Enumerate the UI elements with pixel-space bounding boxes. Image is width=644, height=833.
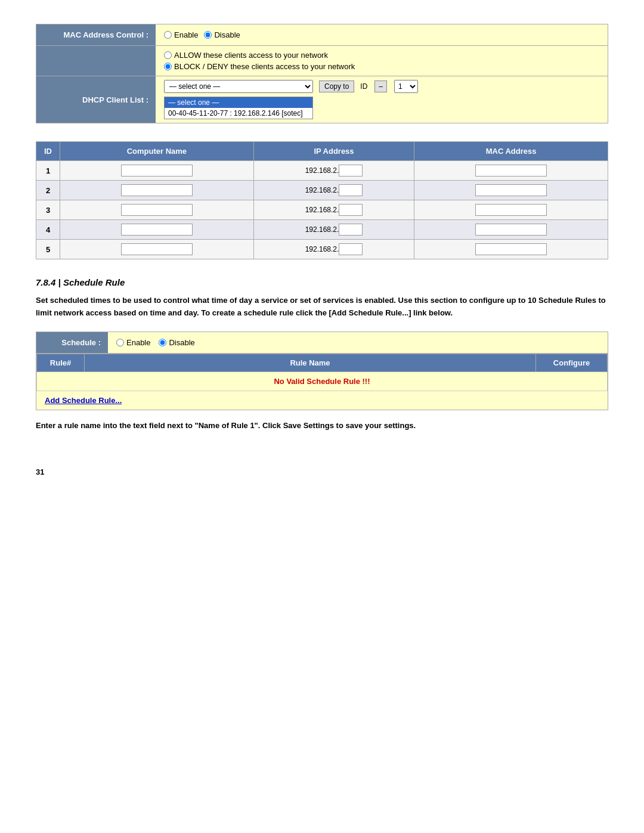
row-mac-address [414, 240, 608, 259]
computer-name-input[interactable] [121, 243, 193, 255]
schedule-header-row: Rule# Rule Name Configure [37, 354, 608, 371]
ip-last-octet-input[interactable] [339, 224, 363, 236]
computer-name-input[interactable] [121, 224, 193, 236]
no-rule-row: No Valid Schedule Rule !!! [37, 371, 608, 391]
table-row: 3192.168.2. [36, 200, 608, 220]
row-computer-name [60, 240, 254, 259]
schedule-disable-radio[interactable] [159, 339, 166, 346]
col-rule-hash: Rule# [37, 354, 85, 371]
disable-radio[interactable] [204, 31, 212, 39]
row-computer-name [60, 220, 254, 240]
ip-prefix: 192.168.2. [305, 206, 339, 214]
schedule-disable-label[interactable]: Disable [159, 338, 194, 347]
dhcp-select-dropdown[interactable]: — select one — 00-40-45-11-20-77 : 192.1… [164, 80, 313, 93]
schedule-enable-label[interactable]: Enable [116, 338, 150, 347]
table-row: 1192.168.2. [36, 161, 608, 181]
col-header-id: ID [36, 142, 60, 161]
ip-prefix: 192.168.2. [305, 166, 339, 175]
col-rule-name: Rule Name [85, 354, 536, 371]
id-label: ID [360, 82, 367, 91]
row-ip-address: 192.168.2. [253, 220, 414, 240]
computer-name-input[interactable] [121, 184, 193, 196]
row-ip-address: 192.168.2. [253, 161, 414, 181]
row-computer-name [60, 181, 254, 200]
mac-address-table: ID Computer Name IP Address MAC Address … [36, 141, 608, 259]
col-configure: Configure [536, 354, 608, 371]
allow-block-label-empty [36, 46, 156, 76]
computer-name-input[interactable] [121, 165, 193, 176]
copy-to-button[interactable]: Copy to [319, 80, 354, 92]
dhcp-dropdown-list: — select one — 00-40-45-11-20-77 : 192.1… [164, 97, 313, 119]
row-mac-address [414, 181, 608, 200]
mac-address-control-section: MAC Address Control : Enable Disable [36, 24, 608, 123]
allow-radio-label[interactable]: ALLOW these clients access to your netwo… [164, 51, 328, 60]
ip-prefix: 192.168.2. [305, 225, 339, 234]
add-schedule-link[interactable]: Add Schedule Rule... [36, 391, 608, 410]
ip-last-octet-input[interactable] [339, 204, 363, 216]
enable-radio-label[interactable]: Enable [164, 30, 198, 39]
no-rule-cell: No Valid Schedule Rule !!! [37, 371, 608, 391]
allow-radio[interactable] [164, 51, 172, 59]
mac-address-input[interactable] [475, 204, 547, 216]
mac-control-label: MAC Address Control : [36, 24, 156, 45]
row-id: 4 [36, 220, 60, 240]
schedule-enable-radio[interactable] [116, 339, 124, 346]
row-mac-address [414, 220, 608, 240]
mac-address-input[interactable] [475, 243, 547, 255]
row-computer-name [60, 161, 254, 181]
bottom-description: Enter a rule name into the text field ne… [36, 420, 608, 432]
dropdown-item-sotec[interactable]: 00-40-45-11-20-77 : 192.168.2.146 [sotec… [165, 108, 312, 119]
schedule-desc: Set scheduled times to be used to contro… [36, 295, 608, 320]
row-id: 5 [36, 240, 60, 259]
schedule-rules-table: Rule# Rule Name Configure No Valid Sched… [36, 354, 608, 391]
mac-control-options: Enable Disable [156, 24, 608, 45]
col-header-computer: Computer Name [60, 142, 254, 161]
allow-block-options: ALLOW these clients access to your netwo… [156, 46, 608, 76]
no-rule-text: No Valid Schedule Rule !!! [274, 377, 370, 386]
page-number: 31 [36, 467, 608, 476]
schedule-section-title: 7.8.4 | Schedule Rule [36, 277, 608, 287]
minus-button[interactable]: – [374, 80, 387, 92]
row-ip-address: 192.168.2. [253, 200, 414, 220]
col-header-ip: IP Address [253, 142, 414, 161]
dhcp-client-row: DHCP Client List : — select one — 00-40-… [36, 76, 608, 123]
schedule-control-row: Schedule : Enable Disable [36, 332, 608, 354]
ip-last-octet-input[interactable] [339, 165, 363, 176]
row-id: 2 [36, 181, 60, 200]
table-row: 4192.168.2. [36, 220, 608, 240]
allow-block-row: ALLOW these clients access to your netwo… [36, 46, 608, 76]
row-mac-address [414, 161, 608, 181]
schedule-table-row: Rule# Rule Name Configure No Valid Sched… [36, 354, 608, 410]
table-header-row: ID Computer Name IP Address MAC Address [36, 142, 608, 161]
enable-radio[interactable] [164, 31, 172, 39]
disable-radio-label[interactable]: Disable [204, 30, 240, 39]
ip-prefix: 192.168.2. [305, 245, 339, 253]
dhcp-label: DHCP Client List : [36, 76, 156, 123]
schedule-options: Enable Disable [108, 332, 608, 353]
row-mac-address [414, 200, 608, 220]
mac-address-input[interactable] [475, 165, 547, 176]
mac-address-input[interactable] [475, 184, 547, 196]
block-radio[interactable] [164, 63, 172, 70]
row-id: 1 [36, 161, 60, 181]
block-radio-label[interactable]: BLOCK / DENY these clients access to you… [164, 62, 355, 71]
dhcp-content: — select one — 00-40-45-11-20-77 : 192.1… [156, 76, 608, 123]
row-computer-name [60, 200, 254, 220]
row-ip-address: 192.168.2. [253, 181, 414, 200]
row-ip-address: 192.168.2. [253, 240, 414, 259]
schedule-label: Schedule : [36, 332, 108, 353]
ip-last-octet-input[interactable] [339, 243, 363, 255]
schedule-section: Schedule : Enable Disable Rule# Rule Nam… [36, 332, 608, 410]
dropdown-item-select-one[interactable]: — select one — [165, 97, 312, 108]
id-dropdown[interactable]: 12345 [394, 80, 418, 93]
table-row: 5192.168.2. [36, 240, 608, 259]
table-row: 2192.168.2. [36, 181, 608, 200]
ip-prefix: 192.168.2. [305, 186, 339, 194]
ip-last-octet-input[interactable] [339, 184, 363, 196]
row-id: 3 [36, 200, 60, 220]
mac-address-input[interactable] [475, 224, 547, 236]
schedule-table-container: Rule# Rule Name Configure No Valid Sched… [36, 354, 608, 410]
col-header-mac: MAC Address [414, 142, 608, 161]
mac-control-row: MAC Address Control : Enable Disable [36, 24, 608, 46]
computer-name-input[interactable] [121, 204, 193, 216]
